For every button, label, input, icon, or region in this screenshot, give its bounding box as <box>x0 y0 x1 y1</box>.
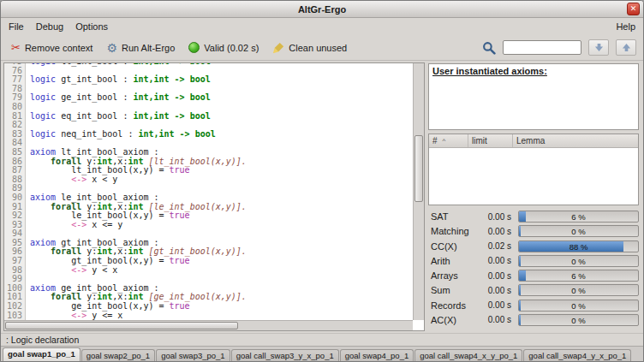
code-line[interactable]: logic ge_int_bool : int,int -> bool <box>30 93 247 103</box>
stat-progressbar: 0 % <box>518 225 639 237</box>
stat-percent: 6 % <box>519 211 638 222</box>
close-button[interactable]: ✕ <box>627 3 640 15</box>
editor-content: 7576777879808182838485868788899091929394… <box>4 63 413 320</box>
code-line[interactable]: <-> x <= y <box>30 221 247 230</box>
code-editor[interactable]: 7576777879808182838485868788899091929394… <box>3 62 425 331</box>
editor-vscrollbar[interactable] <box>413 63 424 320</box>
arrow-down-icon <box>594 43 604 52</box>
axioms-table-header: #^limitLemma <box>429 134 638 148</box>
search-prev-button[interactable] <box>616 39 636 56</box>
stat-time: 0.00 s <box>477 286 511 295</box>
titlebar[interactable]: AltGr-Ergo ✕ <box>1 1 643 18</box>
editor-hscrollbar-thumb[interactable] <box>5 322 238 329</box>
stat-label: AC(X) <box>431 315 477 325</box>
stat-percent: 0 % <box>519 285 638 295</box>
axioms-table: #^limitLemma <box>428 134 639 205</box>
stat-row-acx: AC(X)0.00 s0 % <box>431 314 639 326</box>
run-alt-ergo-label: Run Alt-Ergo <box>122 43 175 53</box>
valid-status: Valid (0.02 s) <box>185 40 262 55</box>
stat-percent: 0 % <box>519 315 638 325</box>
stat-row-arrays: Arrays0.00 s6 % <box>431 270 639 282</box>
remove-context-label: Remove context <box>25 43 92 53</box>
remove-context-button[interactable]: ✂ Remove context <box>8 40 96 55</box>
stat-progressbar: 6 % <box>518 270 639 282</box>
axioms-col-limit[interactable]: limit <box>468 134 513 147</box>
number-col-label: # <box>432 136 438 145</box>
stat-percent: 88 % <box>519 241 638 252</box>
line-number-gutter: 7576777879808182838485868788899091929394… <box>4 63 26 320</box>
menubar: FileDebugOptions Help <box>1 18 643 35</box>
stat-label: Arith <box>431 256 477 266</box>
stat-progressbar: 0 % <box>518 314 639 326</box>
code-line[interactable]: logic eq_int_bool : int,int -> bool <box>30 112 247 122</box>
stat-label: Matching <box>431 226 477 236</box>
line-number: 103 <box>4 312 22 320</box>
stat-label: Arrays <box>431 270 477 281</box>
brush-icon <box>272 42 284 54</box>
stat-row-arith: Arith0.00 s0 % <box>431 255 639 267</box>
close-icon: ✕ <box>630 4 637 13</box>
stat-row-ccx: CC(X)0.02 s88 % <box>431 240 639 252</box>
valid-circle-icon <box>188 42 200 53</box>
goal-tab[interactable]: goal swap3_po_1 <box>156 349 230 361</box>
stat-row-sat: SAT0.00 s6 % <box>431 211 639 223</box>
altgr-ergo-window: AltGr-Ergo ✕ FileDebugOptions Help ✂ Rem… <box>0 0 644 362</box>
run-alt-ergo-button[interactable]: ⚙ Run Alt-Ergo <box>103 40 178 56</box>
code-area[interactable]: logic lt_int_bool : int,int -> boollogic… <box>26 63 247 320</box>
user-axioms-panel: User instantiated axioms: <box>428 63 639 130</box>
code-line[interactable]: logic neq_int_bool : int,int -> bool <box>30 130 247 139</box>
menu-item-debug[interactable]: Debug <box>30 20 69 33</box>
code-line[interactable]: logic gt_int_bool : int,int -> bool <box>30 75 247 85</box>
stat-time: 0.00 s <box>477 212 511 222</box>
stat-time: 0.00 s <box>477 315 511 324</box>
stat-progressbar: 0 % <box>518 284 639 296</box>
code-line[interactable]: <-> y < x <box>30 266 247 276</box>
line-number: 90 <box>4 193 22 203</box>
goal-tab[interactable]: goal call_swap4_x_y_po_1 <box>414 349 522 361</box>
stat-progressbar: 88 % <box>518 240 639 252</box>
stat-time: 0.00 s <box>477 227 511 236</box>
line-number: 80 <box>4 103 22 112</box>
toolbar: ✂ Remove context ⚙ Run Alt-Ergo Valid (0… <box>1 35 643 61</box>
editor-viewport[interactable]: 7576777879808182838485868788899091929394… <box>4 63 413 320</box>
arrow-up-icon <box>622 43 631 52</box>
goal-tab[interactable]: goal call_swap3_y_x_po_1 <box>231 349 339 361</box>
valid-label: Valid (0.02 s) <box>204 43 259 53</box>
search-next-button[interactable] <box>588 39 609 56</box>
sort-indicator: ^ <box>443 137 446 145</box>
goal-tab[interactable]: goal swap1_po_1 <box>3 347 80 361</box>
stat-row-records: Records0.00 s0 % <box>431 300 639 312</box>
menu-item-file[interactable]: File <box>3 20 30 33</box>
menubar-left: FileDebugOptions <box>3 20 114 33</box>
code-line[interactable]: <-> y <= x <box>30 312 247 320</box>
stat-row-sum: Sum0.00 s0 % <box>431 284 639 296</box>
menu-item-options[interactable]: Options <box>69 20 114 33</box>
editor-vscrollbar-thumb[interactable] <box>414 135 423 202</box>
search-input[interactable] <box>503 40 581 55</box>
stat-label: SAT <box>431 211 477 222</box>
stat-row-matching: Matching0.00 s0 % <box>431 225 639 237</box>
axioms-col-lemma[interactable]: Lemma <box>513 134 638 147</box>
menubar-right: Help <box>610 20 641 33</box>
clean-unused-button[interactable]: Clean unused <box>269 40 350 56</box>
axioms-col-number[interactable]: #^ <box>429 134 468 147</box>
goal-tabbar: goal swap1_po_1goal swap2_po_1goal swap3… <box>1 346 643 361</box>
stat-label: CC(X) <box>431 241 477 252</box>
gears-icon: ⚙ <box>106 42 117 54</box>
stat-progressbar: 0 % <box>518 255 639 267</box>
editor-hscrollbar[interactable] <box>4 320 413 330</box>
menu-item-help[interactable]: Help <box>610 20 641 33</box>
code-line[interactable]: <-> x < y <box>30 175 247 185</box>
axioms-table-body[interactable] <box>429 148 638 205</box>
stat-time: 0.00 s <box>477 256 511 265</box>
goal-tab[interactable]: goal call_swap4_y_x_po_1 <box>523 349 631 361</box>
status-text: : Logic declaration <box>6 335 79 345</box>
stat-progressbar: 0 % <box>518 300 639 312</box>
stat-time: 0.00 s <box>477 300 511 310</box>
search-icon <box>482 41 496 55</box>
stat-time: 0.00 s <box>477 271 511 281</box>
goal-tab[interactable]: goal swap2_po_1 <box>81 349 155 361</box>
stat-percent: 6 % <box>519 270 638 281</box>
goal-tab[interactable]: goal swap4_po_1 <box>340 349 414 361</box>
stat-label: Records <box>431 300 477 311</box>
